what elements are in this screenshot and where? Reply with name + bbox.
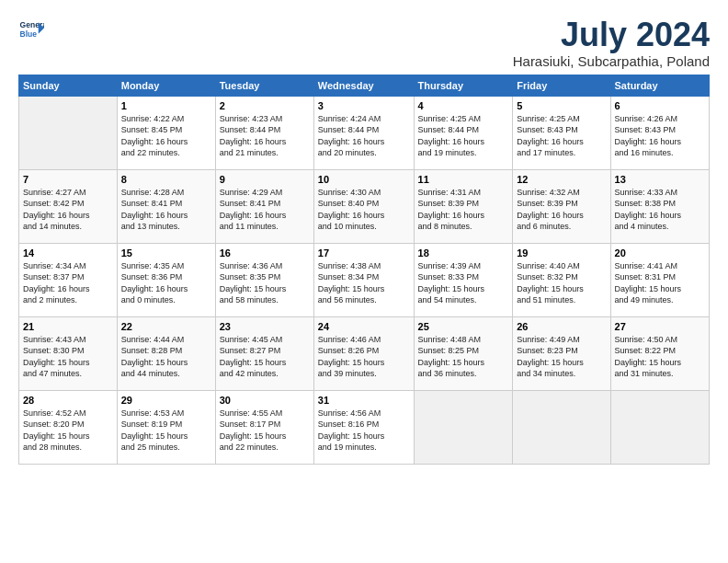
day-info: Sunrise: 4:29 AM Sunset: 8:41 PM Dayligh… (220, 187, 310, 233)
col-header-sunday: Sunday (19, 75, 118, 96)
day-number: 10 (318, 174, 410, 185)
calendar-cell: 30Sunrise: 4:55 AM Sunset: 8:17 PM Dayli… (215, 390, 313, 464)
day-number: 5 (517, 100, 606, 111)
day-number: 9 (220, 174, 310, 185)
calendar-cell: 22Sunrise: 4:44 AM Sunset: 8:28 PM Dayli… (117, 316, 215, 390)
day-info: Sunrise: 4:24 AM Sunset: 8:44 PM Dayligh… (318, 113, 410, 159)
day-number: 6 (615, 100, 705, 111)
svg-text:Blue: Blue (20, 29, 38, 39)
day-number: 19 (517, 247, 606, 259)
subtitle: Harasiuki, Subcarpathia, Poland (513, 53, 710, 69)
day-info: Sunrise: 4:23 AM Sunset: 8:44 PM Dayligh… (220, 113, 310, 159)
calendar-cell: 8Sunrise: 4:28 AM Sunset: 8:41 PM Daylig… (117, 169, 215, 243)
col-header-wednesday: Wednesday (313, 75, 414, 96)
day-number: 15 (121, 247, 211, 259)
calendar-cell (414, 390, 513, 464)
day-info: Sunrise: 4:36 AM Sunset: 8:35 PM Dayligh… (220, 260, 310, 306)
day-info: Sunrise: 4:25 AM Sunset: 8:44 PM Dayligh… (418, 113, 509, 159)
calendar-cell: 1Sunrise: 4:22 AM Sunset: 8:45 PM Daylig… (117, 96, 215, 169)
calendar-week-3: 14Sunrise: 4:34 AM Sunset: 8:37 PM Dayli… (19, 243, 710, 316)
col-header-monday: Monday (117, 75, 215, 96)
calendar-cell: 28Sunrise: 4:52 AM Sunset: 8:20 PM Dayli… (19, 390, 118, 464)
calendar-cell: 10Sunrise: 4:30 AM Sunset: 8:40 PM Dayli… (313, 169, 414, 243)
calendar-cell: 23Sunrise: 4:45 AM Sunset: 8:27 PM Dayli… (215, 316, 313, 390)
day-info: Sunrise: 4:39 AM Sunset: 8:33 PM Dayligh… (418, 260, 509, 306)
day-info: Sunrise: 4:27 AM Sunset: 8:42 PM Dayligh… (23, 187, 113, 233)
day-number: 21 (23, 321, 113, 332)
col-header-tuesday: Tuesday (215, 75, 313, 96)
calendar-cell (19, 96, 118, 169)
calendar-week-2: 7Sunrise: 4:27 AM Sunset: 8:42 PM Daylig… (19, 169, 710, 243)
calendar-week-4: 21Sunrise: 4:43 AM Sunset: 8:30 PM Dayli… (19, 316, 710, 390)
calendar-cell: 14Sunrise: 4:34 AM Sunset: 8:37 PM Dayli… (19, 243, 118, 316)
day-info: Sunrise: 4:40 AM Sunset: 8:32 PM Dayligh… (517, 260, 606, 306)
col-header-thursday: Thursday (414, 75, 513, 96)
day-number: 26 (517, 321, 606, 332)
calendar-cell: 24Sunrise: 4:46 AM Sunset: 8:26 PM Dayli… (313, 316, 414, 390)
day-number: 31 (318, 395, 410, 406)
calendar-cell: 29Sunrise: 4:53 AM Sunset: 8:19 PM Dayli… (117, 390, 215, 464)
day-info: Sunrise: 4:25 AM Sunset: 8:43 PM Dayligh… (517, 113, 606, 159)
day-number: 30 (220, 395, 310, 406)
calendar-cell: 25Sunrise: 4:48 AM Sunset: 8:25 PM Dayli… (414, 316, 513, 390)
calendar-cell: 31Sunrise: 4:56 AM Sunset: 8:16 PM Dayli… (313, 390, 414, 464)
day-info: Sunrise: 4:38 AM Sunset: 8:34 PM Dayligh… (318, 260, 410, 306)
day-info: Sunrise: 4:45 AM Sunset: 8:27 PM Dayligh… (220, 334, 310, 380)
day-number: 28 (23, 395, 113, 406)
calendar-cell: 26Sunrise: 4:49 AM Sunset: 8:23 PM Dayli… (513, 316, 610, 390)
day-number: 13 (615, 174, 705, 185)
calendar-cell: 11Sunrise: 4:31 AM Sunset: 8:39 PM Dayli… (414, 169, 513, 243)
calendar-cell: 21Sunrise: 4:43 AM Sunset: 8:30 PM Dayli… (19, 316, 118, 390)
calendar-cell: 9Sunrise: 4:29 AM Sunset: 8:41 PM Daylig… (215, 169, 313, 243)
day-info: Sunrise: 4:28 AM Sunset: 8:41 PM Dayligh… (121, 187, 211, 233)
day-info: Sunrise: 4:34 AM Sunset: 8:37 PM Dayligh… (23, 260, 113, 306)
day-number: 11 (418, 174, 509, 185)
calendar-cell: 12Sunrise: 4:32 AM Sunset: 8:39 PM Dayli… (513, 169, 610, 243)
title-block: July 2024 Harasiuki, Subcarpathia, Polan… (513, 17, 710, 69)
calendar-cell (610, 390, 709, 464)
day-number: 8 (121, 174, 211, 185)
day-info: Sunrise: 4:50 AM Sunset: 8:22 PM Dayligh… (615, 334, 705, 380)
day-number: 3 (318, 100, 410, 111)
day-number: 27 (615, 321, 705, 332)
day-info: Sunrise: 4:26 AM Sunset: 8:43 PM Dayligh… (615, 113, 705, 159)
calendar-cell: 4Sunrise: 4:25 AM Sunset: 8:44 PM Daylig… (414, 96, 513, 169)
header: General Blue July 2024 Harasiuki, Subcar… (18, 17, 710, 69)
day-number: 24 (318, 321, 410, 332)
day-number: 18 (418, 247, 509, 259)
day-number: 17 (318, 247, 410, 259)
page: General Blue July 2024 Harasiuki, Subcar… (0, 0, 728, 474)
day-info: Sunrise: 4:52 AM Sunset: 8:20 PM Dayligh… (23, 408, 113, 454)
header-row: SundayMondayTuesdayWednesdayThursdayFrid… (19, 75, 710, 96)
day-info: Sunrise: 4:49 AM Sunset: 8:23 PM Dayligh… (517, 334, 606, 380)
calendar-cell: 3Sunrise: 4:24 AM Sunset: 8:44 PM Daylig… (313, 96, 414, 169)
day-info: Sunrise: 4:35 AM Sunset: 8:36 PM Dayligh… (121, 260, 211, 306)
day-number: 29 (121, 395, 211, 406)
calendar-cell: 18Sunrise: 4:39 AM Sunset: 8:33 PM Dayli… (414, 243, 513, 316)
day-number: 2 (220, 100, 310, 111)
day-info: Sunrise: 4:46 AM Sunset: 8:26 PM Dayligh… (318, 334, 410, 380)
day-number: 23 (220, 321, 310, 332)
calendar-cell: 17Sunrise: 4:38 AM Sunset: 8:34 PM Dayli… (313, 243, 414, 316)
day-number: 7 (23, 174, 113, 185)
day-info: Sunrise: 4:53 AM Sunset: 8:19 PM Dayligh… (121, 408, 211, 454)
day-info: Sunrise: 4:44 AM Sunset: 8:28 PM Dayligh… (121, 334, 211, 380)
col-header-saturday: Saturday (610, 75, 709, 96)
day-info: Sunrise: 4:31 AM Sunset: 8:39 PM Dayligh… (418, 187, 509, 233)
calendar-cell: 20Sunrise: 4:41 AM Sunset: 8:31 PM Dayli… (610, 243, 709, 316)
calendar-cell: 7Sunrise: 4:27 AM Sunset: 8:42 PM Daylig… (19, 169, 118, 243)
calendar-cell: 15Sunrise: 4:35 AM Sunset: 8:36 PM Dayli… (117, 243, 215, 316)
day-info: Sunrise: 4:41 AM Sunset: 8:31 PM Dayligh… (615, 260, 705, 306)
day-info: Sunrise: 4:43 AM Sunset: 8:30 PM Dayligh… (23, 334, 113, 380)
day-number: 22 (121, 321, 211, 332)
day-number: 4 (418, 100, 509, 111)
day-info: Sunrise: 4:48 AM Sunset: 8:25 PM Dayligh… (418, 334, 509, 380)
day-number: 14 (23, 247, 113, 259)
day-info: Sunrise: 4:32 AM Sunset: 8:39 PM Dayligh… (517, 187, 606, 233)
calendar-table: SundayMondayTuesdayWednesdayThursdayFrid… (18, 75, 710, 465)
main-title: July 2024 (513, 17, 710, 53)
day-info: Sunrise: 4:56 AM Sunset: 8:16 PM Dayligh… (318, 408, 410, 454)
calendar-cell: 27Sunrise: 4:50 AM Sunset: 8:22 PM Dayli… (610, 316, 709, 390)
day-number: 1 (121, 100, 211, 111)
calendar-week-5: 28Sunrise: 4:52 AM Sunset: 8:20 PM Dayli… (19, 390, 710, 464)
